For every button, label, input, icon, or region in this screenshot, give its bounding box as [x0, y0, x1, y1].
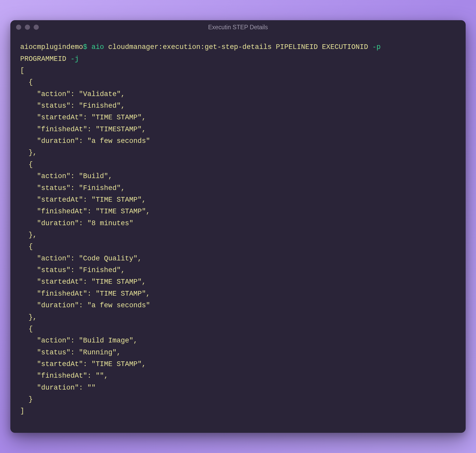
- json-key-duration: "duration": [37, 137, 79, 145]
- command-binary: aio: [91, 43, 104, 51]
- json-key-duration: "duration": [37, 384, 79, 392]
- json-key-finishedat: "finishedAt": [37, 372, 87, 380]
- json-key-action: "action": [37, 172, 71, 180]
- json-close-brace: }: [28, 396, 33, 403]
- json-val-status: "Finished": [79, 266, 121, 274]
- json-key-startedat: "startedAt": [37, 114, 83, 121]
- maximize-icon[interactable]: [34, 25, 39, 30]
- json-key-startedat: "startedAt": [37, 196, 83, 204]
- json-key-duration: "duration": [37, 302, 79, 309]
- json-val-startedat: "TIME STAMP": [91, 114, 142, 121]
- json-key-status: "status": [37, 266, 71, 274]
- terminal-content[interactable]: aiocmplugindemo$ aio cloudmanager:execut…: [10, 34, 466, 433]
- json-close-brace: },: [28, 231, 37, 239]
- titlebar: Executin STEP Details: [10, 20, 466, 34]
- json-val-duration: "8 minutes": [87, 220, 133, 227]
- json-val-startedat: "TIME STAMP": [91, 278, 142, 286]
- prompt-dollar: $: [83, 43, 87, 51]
- json-key-finishedat: "finishedAt": [37, 208, 87, 215]
- json-open-bracket: [: [20, 67, 24, 75]
- json-open-brace: {: [28, 78, 33, 86]
- json-key-action: "action": [37, 90, 71, 98]
- json-key-finishedat: "finishedAt": [37, 290, 87, 298]
- json-val-status: "Finished": [79, 102, 121, 110]
- json-val-status: "Finished": [79, 184, 121, 192]
- traffic-lights: [16, 25, 39, 30]
- json-val-action: "Code Quality": [79, 255, 138, 262]
- command-part1: cloudmanager:execution:get-step-details …: [108, 43, 368, 51]
- json-open-brace: {: [28, 325, 33, 333]
- json-val-finishedat: "TIME STAMP": [96, 290, 146, 298]
- command-part2: PROGRAMMEID: [20, 55, 66, 63]
- json-val-action: "Validate": [79, 90, 121, 98]
- json-val-duration: "": [87, 384, 95, 392]
- json-key-duration: "duration": [37, 220, 79, 227]
- json-open-brace: {: [28, 243, 33, 251]
- json-key-action: "action": [37, 337, 71, 345]
- flag-p: -p: [372, 43, 381, 51]
- json-key-startedat: "startedAt": [37, 360, 83, 368]
- json-key-finishedat: "finishedAt": [37, 126, 87, 133]
- json-key-status: "status": [37, 184, 71, 192]
- json-val-duration: "a few seconds": [87, 137, 150, 145]
- flag-j: -j: [70, 55, 79, 63]
- json-close-bracket: ]: [20, 407, 24, 415]
- terminal-window: Executin STEP Details aiocmplugindemo$ a…: [10, 20, 466, 433]
- json-val-finishedat: "TIME STAMP": [96, 208, 146, 215]
- json-close-brace: },: [28, 149, 37, 157]
- json-val-status: "Running": [79, 349, 117, 356]
- json-val-duration: "a few seconds": [87, 302, 150, 309]
- json-val-finishedat: "TIMESTAMP": [96, 126, 142, 133]
- json-key-status: "status": [37, 349, 71, 356]
- json-val-startedat: "TIME STAMP": [91, 360, 142, 368]
- json-val-startedat: "TIME STAMP": [91, 196, 142, 204]
- json-val-finishedat: "": [96, 372, 104, 380]
- json-open-brace: {: [28, 161, 33, 169]
- window-title: Executin STEP Details: [10, 24, 466, 31]
- json-val-action: "Build Image": [79, 337, 133, 345]
- prompt-host: aiocmplugindemo: [20, 43, 83, 51]
- json-val-action: "Build": [79, 172, 108, 180]
- json-key-action: "action": [37, 255, 71, 262]
- json-key-startedat: "startedAt": [37, 278, 83, 286]
- minimize-icon[interactable]: [25, 25, 30, 30]
- close-icon[interactable]: [16, 25, 21, 30]
- json-close-brace: },: [28, 313, 37, 321]
- json-key-status: "status": [37, 102, 71, 110]
